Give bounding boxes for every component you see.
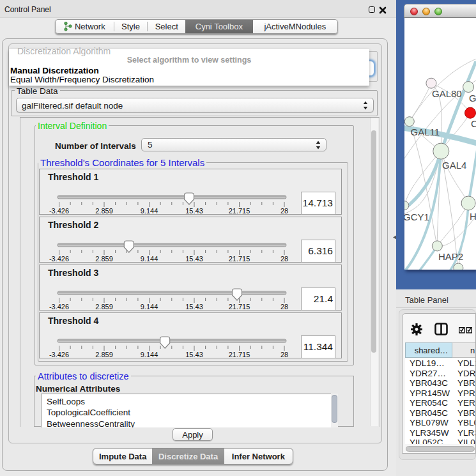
svg-text:9.144: 9.144	[141, 255, 158, 263]
svg-text:28: 28	[280, 303, 288, 311]
svg-text:-3.426: -3.426	[49, 351, 69, 358]
svg-text:-3.426: -3.426	[49, 255, 69, 263]
svg-text:9.144: 9.144	[141, 351, 158, 358]
svg-text:2.859: 2.859	[95, 255, 113, 263]
svg-text:28: 28	[280, 255, 288, 263]
svg-text:2.859: 2.859	[95, 207, 113, 215]
svg-text:15.43: 15.43	[185, 351, 203, 358]
svg-text:21.715: 21.715	[229, 351, 250, 358]
svg-text:15.43: 15.43	[185, 303, 203, 311]
svg-text:GAL4: GAL4	[442, 160, 466, 171]
svg-text:28: 28	[280, 207, 288, 215]
svg-text:-3.426: -3.426	[49, 207, 69, 215]
svg-text:21.715: 21.715	[229, 303, 250, 311]
svg-text:GAL11: GAL11	[411, 127, 440, 137]
svg-text:15.43: 15.43	[185, 255, 203, 263]
svg-text:9.144: 9.144	[141, 303, 158, 311]
svg-text:GCY1: GCY1	[404, 211, 429, 222]
svg-text:15.43: 15.43	[185, 207, 203, 215]
svg-text:9.144: 9.144	[141, 207, 158, 215]
svg-text:2.859: 2.859	[95, 303, 113, 311]
svg-text:21.715: 21.715	[229, 207, 250, 215]
svg-text:HAP2: HAP2	[438, 251, 463, 262]
svg-text:2.859: 2.859	[95, 351, 113, 358]
svg-text:G.: G.	[469, 93, 476, 104]
svg-text:GAL80: GAL80	[432, 88, 462, 99]
svg-text:21.715: 21.715	[229, 255, 250, 263]
svg-text:28: 28	[280, 351, 288, 358]
svg-text:-3.426: -3.426	[49, 303, 69, 311]
svg-text:H: H	[470, 211, 476, 222]
svg-text:C: C	[471, 118, 476, 129]
